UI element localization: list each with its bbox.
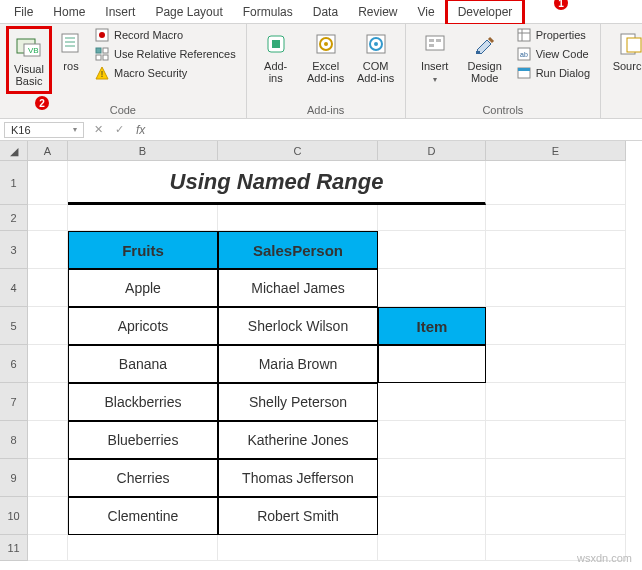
row-header[interactable]: 11 xyxy=(0,535,28,561)
view-code-button[interactable]: ab View Code xyxy=(512,45,594,63)
row-header[interactable]: 7 xyxy=(0,383,28,421)
row-header[interactable]: 2 xyxy=(0,205,28,231)
addins-button[interactable]: Add- ins xyxy=(253,26,299,88)
table-cell[interactable]: Clementine xyxy=(68,497,218,535)
run-dialog-button[interactable]: Run Dialog xyxy=(512,64,594,82)
cell[interactable] xyxy=(378,231,486,269)
cell[interactable] xyxy=(486,383,626,421)
title-cell[interactable]: Using Named Range xyxy=(68,161,486,205)
cell[interactable] xyxy=(378,269,486,307)
cell[interactable] xyxy=(68,535,218,561)
col-header-a[interactable]: A xyxy=(28,141,68,161)
cell[interactable] xyxy=(218,535,378,561)
visual-basic-button[interactable]: VB Visual Basic xyxy=(6,26,52,94)
cell[interactable] xyxy=(486,231,626,269)
row-header[interactable]: 5 xyxy=(0,307,28,345)
table-header-fruits[interactable]: Fruits xyxy=(68,231,218,269)
table-cell[interactable]: Apricots xyxy=(68,307,218,345)
cell[interactable] xyxy=(486,459,626,497)
worksheet-grid[interactable]: ◢ A B C D E 1 Using Named Range 2 3 Frui… xyxy=(0,141,642,561)
cell[interactable] xyxy=(486,205,626,231)
name-box[interactable]: K16 ▾ xyxy=(4,122,84,138)
tab-review[interactable]: Review xyxy=(348,2,407,22)
cell[interactable] xyxy=(378,383,486,421)
cell[interactable] xyxy=(486,345,626,383)
properties-button[interactable]: Properties xyxy=(512,26,594,44)
source-button[interactable]: Source xyxy=(607,26,642,76)
table-cell[interactable]: Blueberries xyxy=(68,421,218,459)
cell[interactable] xyxy=(28,307,68,345)
cell[interactable] xyxy=(28,205,68,231)
col-header-c[interactable]: C xyxy=(218,141,378,161)
table-cell[interactable]: Michael James xyxy=(218,269,378,307)
table-cell[interactable]: Apple xyxy=(68,269,218,307)
table-cell[interactable]: Blackberries xyxy=(68,383,218,421)
row-header[interactable]: 10 xyxy=(0,497,28,535)
cell[interactable] xyxy=(378,421,486,459)
cell[interactable] xyxy=(28,459,68,497)
tab-developer[interactable]: Developer xyxy=(445,0,526,26)
cell[interactable] xyxy=(218,205,378,231)
macros-button[interactable]: ros xyxy=(56,26,86,76)
tab-file[interactable]: File xyxy=(4,2,43,22)
row-header[interactable]: 9 xyxy=(0,459,28,497)
formula-bar[interactable] xyxy=(151,121,642,139)
chevron-down-icon[interactable]: ▾ xyxy=(73,125,77,134)
col-header-b[interactable]: B xyxy=(68,141,218,161)
row-header[interactable]: 1 xyxy=(0,161,28,205)
table-cell[interactable]: Katherine Jones xyxy=(218,421,378,459)
tab-data[interactable]: Data xyxy=(303,2,348,22)
cell[interactable] xyxy=(28,535,68,561)
cell[interactable] xyxy=(378,205,486,231)
insert-control-button[interactable]: Insert ▾ xyxy=(412,26,458,90)
cell[interactable] xyxy=(378,345,486,383)
row-header[interactable]: 4 xyxy=(0,269,28,307)
table-cell[interactable]: Thomas Jefferson xyxy=(218,459,378,497)
cell[interactable] xyxy=(28,269,68,307)
enter-icon[interactable]: ✓ xyxy=(109,123,130,136)
table-cell[interactable]: Banana xyxy=(68,345,218,383)
col-header-e[interactable]: E xyxy=(486,141,626,161)
cell[interactable] xyxy=(28,345,68,383)
cell[interactable] xyxy=(378,459,486,497)
cell[interactable] xyxy=(28,231,68,269)
tab-home[interactable]: Home xyxy=(43,2,95,22)
cell[interactable] xyxy=(486,161,626,205)
com-addins-button[interactable]: COM Add-ins xyxy=(353,26,399,88)
cancel-icon[interactable]: ✕ xyxy=(88,123,109,136)
macro-security-button[interactable]: ! Macro Security xyxy=(90,64,240,82)
table-cell[interactable]: Sherlock Wilson xyxy=(218,307,378,345)
cell[interactable] xyxy=(28,421,68,459)
cell[interactable] xyxy=(486,421,626,459)
cell[interactable] xyxy=(68,205,218,231)
visual-basic-icon: VB xyxy=(15,33,43,61)
table-cell[interactable]: Cherries xyxy=(68,459,218,497)
table-cell[interactable]: Shelly Peterson xyxy=(218,383,378,421)
row-header[interactable]: 6 xyxy=(0,345,28,383)
table-header-salesperson[interactable]: SalesPerson xyxy=(218,231,378,269)
tab-page-layout[interactable]: Page Layout xyxy=(145,2,232,22)
col-header-d[interactable]: D xyxy=(378,141,486,161)
tab-insert[interactable]: Insert xyxy=(95,2,145,22)
relative-refs-button[interactable]: Use Relative References xyxy=(90,45,240,63)
cell[interactable] xyxy=(378,497,486,535)
excel-addins-button[interactable]: Excel Add-ins xyxy=(303,26,349,88)
table-cell[interactable]: Maria Brown xyxy=(218,345,378,383)
cell[interactable] xyxy=(28,383,68,421)
cell[interactable] xyxy=(486,497,626,535)
tab-formulas[interactable]: Formulas xyxy=(233,2,303,22)
select-all-corner[interactable]: ◢ xyxy=(0,141,28,161)
cell[interactable] xyxy=(28,497,68,535)
cell[interactable] xyxy=(28,161,68,205)
record-macro-button[interactable]: Record Macro xyxy=(90,26,240,44)
cell[interactable] xyxy=(486,269,626,307)
fx-icon[interactable]: fx xyxy=(130,123,151,137)
side-header-item[interactable]: Item xyxy=(378,307,486,345)
row-header[interactable]: 3 xyxy=(0,231,28,269)
cell[interactable] xyxy=(486,307,626,345)
table-cell[interactable]: Robert Smith xyxy=(218,497,378,535)
design-mode-button[interactable]: Design Mode xyxy=(462,26,508,88)
tab-view[interactable]: Vie xyxy=(408,2,445,22)
row-header[interactable]: 8 xyxy=(0,421,28,459)
cell[interactable] xyxy=(378,535,486,561)
